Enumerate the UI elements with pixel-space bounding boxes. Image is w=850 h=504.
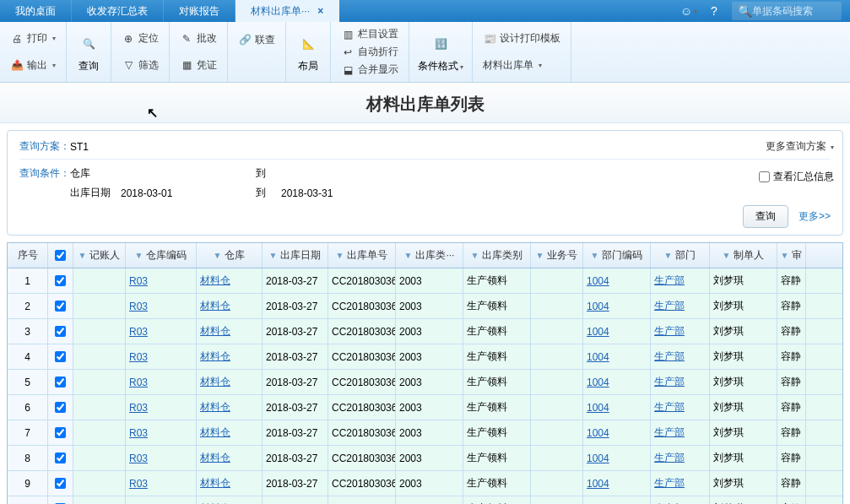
th-doc[interactable]: ▼出库单号: [328, 243, 396, 268]
table-row[interactable]: 5R03材料仓2018-03-27CC20180303642003生产领料100…: [8, 370, 842, 395]
row-checkbox[interactable]: [55, 351, 66, 362]
cell-dept[interactable]: 生产部: [651, 319, 710, 344]
cell-dcode[interactable]: 1004: [583, 471, 651, 496]
cell-check[interactable]: [48, 319, 73, 344]
row-checkbox[interactable]: [55, 427, 66, 438]
cell-dept[interactable]: 生产部: [651, 496, 710, 504]
cell-wcode[interactable]: R03: [126, 446, 197, 470]
th-accountant[interactable]: ▼记账人: [73, 243, 126, 268]
user-icon[interactable]: ☺▾: [681, 3, 696, 19]
union-query-button[interactable]: 🔗联查: [235, 31, 279, 49]
th-category[interactable]: ▼出库类···: [396, 243, 463, 268]
cell-warehouse[interactable]: 材料仓: [197, 395, 263, 420]
cell-check[interactable]: [48, 496, 73, 504]
th-wcode[interactable]: ▼仓库编码: [126, 243, 197, 268]
barcode-search-input[interactable]: [752, 5, 836, 17]
cell-wcode[interactable]: R03: [126, 471, 197, 496]
cell-warehouse[interactable]: 材料仓: [197, 344, 263, 369]
auto-wrap-button[interactable]: ↩自动折行: [338, 43, 402, 61]
table-row[interactable]: 8R03材料仓2018-03-27CC20180303642003生产领料100…: [8, 446, 842, 471]
th-dept[interactable]: ▼部门: [651, 243, 710, 268]
cell-warehouse[interactable]: 材料仓: [197, 420, 263, 445]
layout-button[interactable]: 📐 布局: [295, 30, 322, 73]
cell-dcode[interactable]: 1004: [583, 319, 651, 344]
filter-button[interactable]: ▽筛选: [118, 57, 162, 74]
barcode-search[interactable]: 🔍: [732, 2, 842, 20]
filter-icon[interactable]: ▼: [135, 251, 143, 260]
more-scheme-button[interactable]: 更多查询方案 ▾: [766, 139, 834, 154]
cell-check[interactable]: [48, 420, 73, 445]
cell-dcode[interactable]: 1004: [583, 496, 651, 504]
output-button[interactable]: 📤输出▾: [7, 57, 59, 74]
cell-dept[interactable]: 生产部: [651, 446, 710, 470]
query-scheme-value[interactable]: ST1: [70, 141, 89, 153]
cell-check[interactable]: [48, 471, 73, 496]
print-button[interactable]: 🖨打印▾: [7, 30, 59, 47]
batch-edit-button[interactable]: ✎批改: [176, 30, 220, 47]
cell-check[interactable]: [48, 370, 73, 394]
table-row[interactable]: 4R03材料仓2018-03-27CC20180303642003生产领料100…: [8, 344, 842, 370]
cell-check[interactable]: [48, 395, 73, 420]
query-button[interactable]: 🔍 查询: [75, 30, 102, 73]
th-seq[interactable]: 序号: [8, 243, 48, 268]
cell-check[interactable]: [48, 446, 73, 470]
cell-dcode[interactable]: 1004: [583, 420, 651, 445]
table-row[interactable]: 7R03材料仓2018-03-27CC20180303642003生产领料100…: [8, 420, 842, 446]
row-checkbox[interactable]: [55, 402, 66, 413]
cond-format-button[interactable]: 🔢 条件格式▾: [418, 30, 463, 73]
tab-material-out[interactable]: 材料出库单··· ×: [236, 0, 339, 22]
th-business[interactable]: ▼业务号: [531, 243, 583, 268]
cell-wcode[interactable]: R03: [126, 496, 197, 504]
date-from-input[interactable]: 2018-03-01: [121, 187, 256, 199]
th-type[interactable]: ▼出库类别: [463, 243, 531, 268]
cell-warehouse[interactable]: 材料仓: [197, 471, 263, 496]
help-icon[interactable]: ?: [707, 3, 722, 19]
filter-icon[interactable]: ▼: [536, 251, 544, 260]
filter-icon[interactable]: ▼: [79, 251, 87, 260]
cell-dept[interactable]: 生产部: [651, 395, 710, 420]
cell-wcode[interactable]: R03: [126, 268, 197, 293]
filter-icon[interactable]: ▼: [471, 251, 479, 260]
tab-recon-report[interactable]: 对账报告: [164, 0, 236, 22]
close-icon[interactable]: ×: [317, 5, 323, 17]
cell-warehouse[interactable]: 材料仓: [197, 268, 263, 293]
table-row[interactable]: 3R03材料仓2018-03-27CC20180303642003生产领料100…: [8, 319, 842, 344]
cell-dcode[interactable]: 1004: [583, 370, 651, 394]
merge-show-button[interactable]: ⬓合并显示: [338, 61, 402, 79]
voucher-button[interactable]: ▦凭证: [176, 57, 220, 74]
cell-warehouse[interactable]: 材料仓: [197, 294, 263, 318]
cell-wcode[interactable]: R03: [126, 319, 197, 344]
th-checkbox[interactable]: [48, 243, 73, 268]
cell-check[interactable]: [48, 268, 73, 293]
cell-wcode[interactable]: R03: [126, 395, 197, 420]
cell-dept[interactable]: 生产部: [651, 420, 710, 445]
th-maker[interactable]: ▼制单人: [710, 243, 777, 268]
row-checkbox[interactable]: [55, 326, 66, 337]
cell-wcode[interactable]: R03: [126, 344, 197, 369]
cell-dcode[interactable]: 1004: [583, 395, 651, 420]
filter-icon[interactable]: ▼: [781, 251, 789, 260]
cell-check[interactable]: [48, 294, 73, 318]
cell-dept[interactable]: 生产部: [651, 471, 710, 496]
row-checkbox[interactable]: [55, 453, 66, 463]
cell-warehouse[interactable]: 材料仓: [197, 370, 263, 394]
locate-button[interactable]: ⊕定位: [118, 30, 162, 47]
cell-dept[interactable]: 生产部: [651, 294, 710, 318]
view-summary-checkbox[interactable]: [759, 171, 770, 182]
cell-dept[interactable]: 生产部: [651, 344, 710, 369]
cell-warehouse[interactable]: 材料仓: [197, 446, 263, 470]
material-out-button[interactable]: 材料出库单▾: [479, 57, 564, 74]
cell-wcode[interactable]: R03: [126, 294, 197, 318]
tab-desktop[interactable]: 我的桌面: [0, 0, 72, 22]
column-setting-button[interactable]: ▥栏目设置: [338, 25, 402, 43]
cell-dept[interactable]: 生产部: [651, 268, 710, 293]
filter-icon[interactable]: ▼: [723, 251, 731, 260]
table-row[interactable]: 9R03材料仓2018-03-27CC20180303642003生产领料100…: [8, 471, 842, 496]
more-link[interactable]: 更多>>: [799, 209, 831, 224]
row-checkbox[interactable]: [55, 301, 66, 312]
cell-dcode[interactable]: 1004: [583, 294, 651, 318]
row-checkbox[interactable]: [55, 377, 66, 387]
cell-warehouse[interactable]: 材料仓: [197, 319, 263, 344]
th-warehouse[interactable]: ▼仓库: [197, 243, 263, 268]
filter-icon[interactable]: ▼: [404, 251, 413, 260]
